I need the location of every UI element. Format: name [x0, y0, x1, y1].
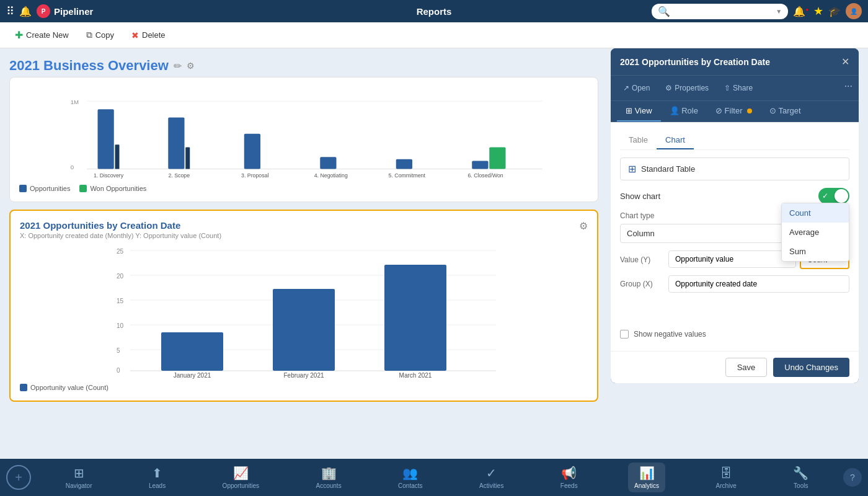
show-chart-label: Show chart	[620, 192, 660, 201]
activities-label: Activities	[479, 482, 503, 489]
nav-item-opportunities[interactable]: 📈 Opportunities	[216, 463, 265, 492]
opportunities-icon: 📈	[233, 466, 249, 480]
app-logo: P Pipeliner	[37, 4, 93, 18]
side-panel-tabs: ⊞ View 👤 Role ⊘ Filter ⊙ Target	[611, 101, 859, 122]
dropdown-sum-option[interactable]: Sum	[782, 242, 849, 261]
add-button[interactable]: +	[6, 465, 31, 490]
value-y-field-wrapper: Opportunity value	[668, 250, 796, 269]
svg-rect-14	[396, 159, 412, 169]
properties-button[interactable]: ⚙ Properties	[659, 81, 715, 95]
side-panel-actions: ↗ Open ⚙ Properties ⇧ Share ···	[611, 76, 859, 101]
settings-icon[interactable]: ⚙	[187, 61, 195, 71]
svg-text:6. Closed/Won: 6. Closed/Won	[468, 172, 503, 179]
svg-rect-33	[273, 289, 335, 371]
feeds-label: Feeds	[560, 482, 578, 489]
sub-tab-table[interactable]: Table	[620, 131, 657, 149]
search-dropdown-icon[interactable]: ▼	[776, 8, 782, 15]
bar-chart-area: 1M 0 1. Discovery 2. Scope	[19, 93, 588, 180]
edit-icon[interactable]: ✏	[174, 60, 182, 72]
nav-item-analytics[interactable]: 📊 Analytics	[628, 463, 665, 492]
svg-text:4. Negotiating: 4. Negotiating	[314, 172, 348, 179]
help-button[interactable]: ?	[843, 468, 862, 487]
delete-button[interactable]: ✖ Delete	[124, 27, 173, 43]
bottom-nav-items: ⊞ Navigator ⬆ Leads 📈 Opportunities 🏢 Ac…	[37, 463, 837, 492]
svg-rect-17	[489, 148, 505, 169]
nav-item-contacts[interactable]: 👥 Contacts	[392, 463, 428, 492]
side-panel-close-button[interactable]: ✕	[841, 56, 849, 68]
chart-card-title: 2021 Opportunities by Creation Date	[20, 220, 221, 231]
bottom-navigation: + ⊞ Navigator ⬆ Leads 📈 Opportunities 🏢 …	[0, 459, 868, 496]
more-actions-button[interactable]: ···	[844, 81, 852, 95]
group-x-field-select[interactable]: Opportunity created date	[668, 275, 849, 293]
nav-item-activities[interactable]: ✓ Activities	[473, 463, 510, 492]
side-panel-body: Table Chart ⊞ Standard Table Show chart …	[611, 122, 859, 351]
star-icon[interactable]: ★	[813, 4, 823, 18]
archive-icon: 🗄	[720, 466, 732, 480]
create-new-button[interactable]: ✚ Create New	[7, 26, 76, 44]
chart-title-area: 2021 Opportunities by Creation Date X: O…	[20, 220, 221, 239]
dropdown-average-option[interactable]: Average	[782, 223, 849, 242]
main-toolbar: ✚ Create New ⧉ Copy ✖ Delete	[0, 22, 868, 48]
value-y-field-select[interactable]: Opportunity value	[668, 250, 796, 268]
svg-text:February 2021: February 2021	[283, 372, 324, 379]
feeds-icon: 📢	[561, 466, 577, 480]
nav-item-accounts[interactable]: 🏢 Accounts	[310, 463, 348, 492]
leads-label: Leads	[149, 482, 166, 489]
plus-icon: ✚	[15, 29, 23, 41]
undo-changes-button[interactable]: Undo Changes	[773, 358, 849, 377]
nav-item-leads[interactable]: ⬆ Leads	[143, 463, 172, 492]
open-button[interactable]: ↗ Open	[617, 81, 656, 95]
target-icon: ⊙	[769, 106, 778, 115]
svg-text:January 2021: January 2021	[174, 372, 211, 379]
toggle-check-icon: ✓	[822, 192, 828, 200]
tab-role[interactable]: 👤 Role	[661, 101, 707, 122]
notification-bell-icon[interactable]: 🔔●	[793, 6, 808, 17]
section-title: Reports	[417, 6, 452, 17]
aggregation-dropdown: Count Average Sum	[781, 203, 849, 262]
side-panel: 2021 Opportunities by Creation Date ✕ ↗ …	[611, 48, 859, 383]
svg-text:March 2021: March 2021	[399, 372, 432, 379]
bottom-nav-right: ?	[837, 468, 868, 487]
table-icon: ⊞	[628, 163, 636, 175]
svg-text:5. Commitment: 5. Commitment	[389, 172, 426, 179]
show-negative-checkbox[interactable]	[620, 330, 629, 339]
view-icon: ⊞	[626, 106, 635, 115]
sub-tab-chart[interactable]: Chart	[657, 131, 694, 149]
svg-text:10: 10	[117, 322, 124, 329]
bar-chart2-area: 25 20 15 10 5 0	[20, 242, 588, 379]
chart-gear-icon[interactable]: ⚙	[579, 220, 588, 232]
dropdown-count-option[interactable]: Count	[782, 203, 849, 223]
tab-filter[interactable]: ⊘ Filter	[707, 101, 761, 122]
search-icon: 🔍	[658, 6, 670, 17]
share-icon: ⇧	[724, 84, 730, 92]
show-chart-toggle[interactable]: ✓	[818, 188, 849, 204]
search-input[interactable]	[673, 7, 773, 16]
tab-view[interactable]: ⊞ View	[617, 101, 661, 122]
user-avatar[interactable]: 👤	[846, 3, 862, 19]
tools-icon: 🔧	[793, 466, 808, 480]
save-button[interactable]: Save	[725, 358, 768, 377]
bar-chart-svg: 1M 0 1. Discovery 2. Scope	[19, 93, 588, 180]
copy-button[interactable]: ⧉ Copy	[79, 27, 122, 43]
group-x-selects: Opportunity created date	[668, 275, 849, 293]
svg-rect-12	[320, 157, 336, 169]
app-name: Pipeliner	[54, 6, 93, 17]
grid-icon[interactable]: ⠿	[6, 4, 14, 18]
side-panel-header: 2021 Opportunities by Creation Date ✕	[611, 48, 859, 76]
bell-icon-left[interactable]: 🔔	[19, 6, 32, 17]
copy-icon: ⧉	[86, 30, 92, 40]
search-bar[interactable]: 🔍 ▼	[652, 4, 788, 19]
group-x-label: Group (X)	[620, 280, 663, 288]
tab-target[interactable]: ⊙ Target	[761, 101, 810, 122]
top-navigation: ⠿ 🔔 P Pipeliner Reports 🔍 ▼ 🔔● ★ 🎓 👤	[0, 0, 868, 22]
nav-item-archive[interactable]: 🗄 Archive	[710, 463, 743, 492]
opp-value-color	[20, 384, 27, 391]
nav-item-feeds[interactable]: 📢 Feeds	[554, 463, 584, 492]
nav-item-tools[interactable]: 🔧 Tools	[787, 463, 815, 492]
share-button[interactable]: ⇧ Share	[718, 81, 759, 95]
nav-item-navigator[interactable]: ⊞ Navigator	[60, 463, 99, 492]
graduation-icon[interactable]: 🎓	[828, 6, 841, 17]
svg-text:1. Discovery: 1. Discovery	[94, 172, 124, 179]
standard-table-button[interactable]: ⊞ Standard Table	[620, 157, 849, 180]
side-panel-title: 2021 Opportunities by Creation Date	[620, 57, 770, 67]
